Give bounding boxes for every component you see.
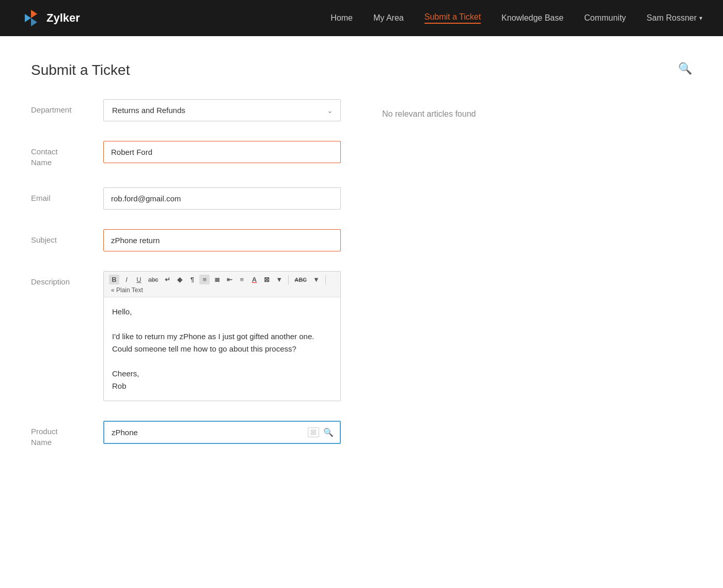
email-input[interactable] xyxy=(103,187,341,210)
toolbar-image-btn[interactable]: ⊠ xyxy=(261,275,272,284)
toolbar-bold-btn[interactable]: B xyxy=(109,275,119,284)
toolbar-spellcheck-btn[interactable]: ABC xyxy=(292,276,309,284)
subject-field-wrapper xyxy=(103,229,341,251)
product-name-field-wrapper: ☒ 🔍 xyxy=(103,421,341,444)
brand-name: Zylker xyxy=(46,11,80,25)
subject-row: Subject xyxy=(31,229,341,251)
product-search-icon[interactable]: 🔍 xyxy=(323,427,334,437)
contact-name-row: ContactName xyxy=(31,141,341,168)
subject-input[interactable] xyxy=(103,229,341,251)
email-row: Email xyxy=(31,187,341,210)
contact-name-label: ContactName xyxy=(31,141,103,168)
editor-toolbar: B I U abc ↵ ◆ ¶ ≡ ≣ ⇤ ≡ A ⊠ xyxy=(104,272,340,297)
toolbar-outdent-btn[interactable]: ⇤ xyxy=(224,275,234,284)
toolbar-eraser-btn[interactable]: ↵ xyxy=(162,275,172,284)
toolbar-separator2 xyxy=(325,275,326,284)
toolbar-dropdown2-btn[interactable]: ▼ xyxy=(311,275,322,284)
email-field-wrapper xyxy=(103,187,341,210)
navbar: Zylker Home My Area Submit a Ticket Know… xyxy=(0,0,723,36)
nav-knowledge-base[interactable]: Knowledge Base xyxy=(501,13,563,23)
department-field: Returns and Refunds ⌄ xyxy=(103,99,341,121)
page-container: Submit a Ticket 🔍 Department Returns and… xyxy=(0,36,723,588)
toolbar-strikethrough-btn[interactable]: abc xyxy=(146,275,160,284)
form-body: Department Returns and Refunds ⌄ Contact… xyxy=(31,99,692,467)
subject-label: Subject xyxy=(31,229,103,245)
articles-panel: No relevant articles found xyxy=(341,99,692,467)
nav-community[interactable]: Community xyxy=(584,13,626,23)
description-row: Description B I U abc ↵ ◆ ¶ ≡ ≣ xyxy=(31,271,341,401)
no-articles-text: No relevant articles found xyxy=(382,109,692,119)
contact-name-input[interactable] xyxy=(103,141,341,163)
department-label: Department xyxy=(31,99,103,115)
description-editor-body[interactable]: Hello, I'd like to return my zPhone as I… xyxy=(104,297,340,401)
product-name-row: ProductName ☒ 🔍 xyxy=(31,421,341,448)
toolbar-dropdown1-btn[interactable]: ▼ xyxy=(274,275,285,284)
search-icon[interactable]: 🔍 xyxy=(678,62,692,75)
toolbar-highlight-btn[interactable]: ◆ xyxy=(175,275,185,284)
toolbar-font-color-btn[interactable]: A xyxy=(249,275,259,284)
nav-submit-ticket[interactable]: Submit a Ticket xyxy=(425,12,481,24)
page-title: Submit a Ticket xyxy=(31,62,692,78)
toolbar-align-justify-btn[interactable]: ≡ xyxy=(237,275,247,284)
description-label: Description xyxy=(31,271,103,287)
zylker-logo-icon xyxy=(21,8,41,28)
toolbar-separator xyxy=(288,275,289,284)
toolbar-para-btn[interactable]: ¶ xyxy=(187,275,197,284)
toolbar-align-left-btn[interactable]: ≡ xyxy=(199,275,210,284)
toolbar-plain-text-btn[interactable]: « Plain Text xyxy=(111,287,143,294)
product-input-container: ☒ 🔍 xyxy=(103,421,341,444)
description-field-wrapper: B I U abc ↵ ◆ ¶ ≡ ≣ ⇤ ≡ A ⊠ xyxy=(103,271,341,401)
brand-logo[interactable]: Zylker xyxy=(21,8,80,28)
department-select-wrapper: Returns and Refunds ⌄ xyxy=(103,99,341,121)
svg-marker-2 xyxy=(25,14,31,22)
email-label: Email xyxy=(31,187,103,203)
department-row: Department Returns and Refunds ⌄ xyxy=(31,99,341,121)
svg-marker-1 xyxy=(31,18,37,26)
toolbar-italic-btn[interactable]: I xyxy=(121,275,132,284)
toolbar-list-btn[interactable]: ≣ xyxy=(212,275,222,284)
svg-marker-0 xyxy=(31,10,37,18)
description-editor: B I U abc ↵ ◆ ¶ ≡ ≣ ⇤ ≡ A ⊠ xyxy=(103,271,341,401)
toolbar-underline-btn[interactable]: U xyxy=(134,275,144,284)
product-name-label: ProductName xyxy=(31,421,103,448)
contact-name-field xyxy=(103,141,341,163)
nav-home[interactable]: Home xyxy=(331,13,353,23)
user-menu[interactable]: Sam Rossner xyxy=(647,13,702,23)
nav-my-area[interactable]: My Area xyxy=(373,13,404,23)
product-name-input[interactable] xyxy=(104,422,308,443)
product-clear-icon[interactable]: ☒ xyxy=(308,427,319,437)
department-select[interactable]: Returns and Refunds xyxy=(104,100,340,121)
form-left: Department Returns and Refunds ⌄ Contact… xyxy=(31,99,341,467)
nav-links: Home My Area Submit a Ticket Knowledge B… xyxy=(331,12,702,24)
product-input-icons: ☒ 🔍 xyxy=(308,427,340,437)
